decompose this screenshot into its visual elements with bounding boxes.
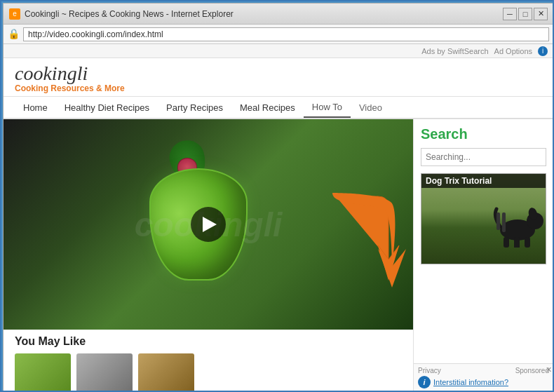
site-logo: cookingli bbox=[15, 64, 542, 83]
ad-options-text[interactable]: Ad Options bbox=[494, 47, 532, 55]
search-input[interactable] bbox=[421, 148, 546, 166]
right-sidebar: Search bbox=[413, 119, 553, 391]
svg-rect-4 bbox=[504, 237, 509, 248]
play-button[interactable] bbox=[191, 207, 226, 242]
svg-rect-5 bbox=[514, 237, 520, 248]
interstitial-row: i Interstitial infomation? bbox=[418, 376, 549, 388]
left-content: cookingli bbox=[4, 119, 413, 391]
nav-item-how-to[interactable]: How To bbox=[304, 97, 351, 118]
info-icon: i bbox=[418, 376, 431, 388]
main-content: cookingli bbox=[4, 119, 553, 391]
dog-ad-title: Dog Trix Tutorial bbox=[421, 174, 546, 188]
nav-item-home[interactable]: Home bbox=[15, 97, 56, 118]
video-container: cookingli bbox=[4, 119, 413, 330]
play-icon bbox=[203, 217, 217, 232]
browser-icon: e bbox=[9, 8, 20, 20]
thumbnail-3[interactable] bbox=[138, 353, 194, 391]
nav-item-party-recipes[interactable]: Party Recipes bbox=[158, 97, 231, 118]
browser-window: e Cookingli ~ Recipes & Cooking News - I… bbox=[3, 3, 554, 392]
close-ad-button[interactable]: ✕ bbox=[546, 365, 552, 374]
sponsored-text: Sponsored bbox=[515, 367, 549, 374]
ads-by-text: Ads by SwiftSearch bbox=[421, 47, 488, 55]
nav-item-video[interactable]: Video bbox=[351, 97, 391, 118]
thumbnail-2[interactable] bbox=[76, 353, 133, 391]
minimize-button[interactable]: ─ bbox=[503, 8, 517, 20]
address-bar: 🔒 bbox=[4, 25, 553, 44]
nav-item-meal-recipes[interactable]: Meal Recipes bbox=[231, 97, 304, 118]
dog-ad-container[interactable]: Dog Trix Tutorial bbox=[421, 173, 546, 264]
url-input[interactable] bbox=[23, 27, 549, 41]
svg-rect-7 bbox=[496, 212, 500, 230]
interstitial-link[interactable]: Interstitial infomation? bbox=[433, 378, 508, 386]
dog-silhouette bbox=[489, 191, 539, 241]
thumbnail-1[interactable] bbox=[15, 353, 71, 391]
privacy-link[interactable]: Privacy bbox=[418, 367, 441, 374]
you-may-like-heading: You May Like bbox=[4, 330, 413, 351]
window-title: Cookingli ~ Recipes & Cooking News - Int… bbox=[25, 9, 503, 19]
title-bar: e Cookingli ~ Recipes & Cooking News - I… bbox=[4, 4, 553, 25]
lock-icon: 🔒 bbox=[8, 28, 20, 41]
svg-rect-6 bbox=[525, 237, 530, 248]
search-heading: Search bbox=[421, 126, 546, 142]
window-controls: ─ □ ✕ bbox=[503, 8, 548, 20]
webpage: cookingli Cooking Resources & More Home … bbox=[4, 58, 553, 391]
nav-item-healthy-diet[interactable]: Healthy Diet Recipes bbox=[56, 97, 158, 118]
site-header: cookingli Cooking Resources & More bbox=[4, 58, 553, 97]
nav-bar: Home Healthy Diet Recipes Party Recipes … bbox=[4, 97, 553, 119]
restore-button[interactable]: □ bbox=[518, 8, 532, 20]
svg-rect-8 bbox=[502, 212, 506, 232]
bottom-ad: Privacy Sponsored ✕ i Interstitial infom… bbox=[414, 363, 553, 391]
ad-bar: Ads by SwiftSearch Ad Options i bbox=[4, 44, 553, 58]
thumbnail-row bbox=[4, 351, 413, 391]
close-button[interactable]: ✕ bbox=[534, 8, 548, 20]
ad-info-icon[interactable]: i bbox=[538, 46, 548, 56]
site-tagline: Cooking Resources & More bbox=[15, 83, 542, 93]
